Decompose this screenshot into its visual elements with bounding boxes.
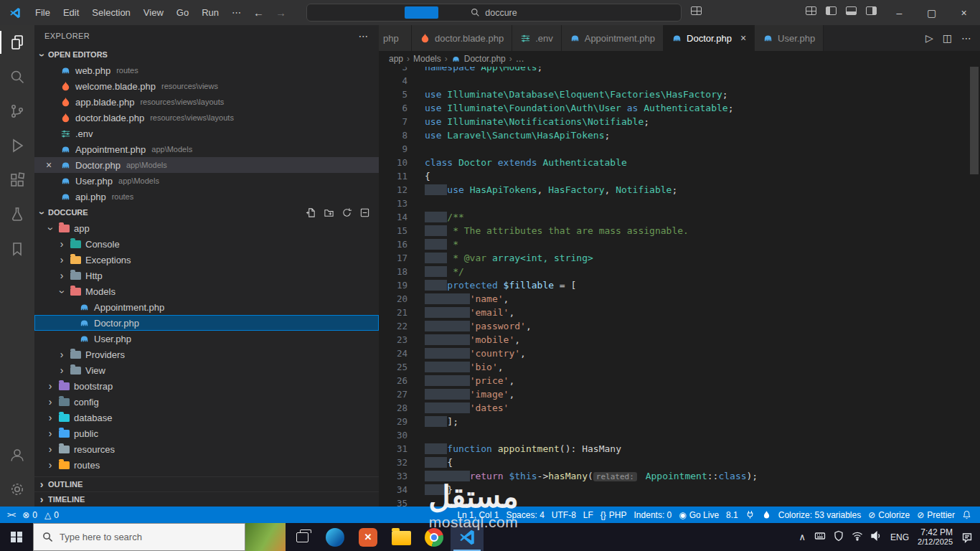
- language-indicator[interactable]: ENG: [890, 532, 909, 542]
- outline-section-header[interactable]: › OUTLINE: [34, 476, 379, 491]
- tree-item-config[interactable]: ›config: [34, 394, 379, 410]
- status-item-go-live[interactable]: ◉Go Live: [679, 510, 719, 520]
- tree-item-console[interactable]: ›Console: [34, 236, 379, 252]
- tab-user-php[interactable]: User.php: [755, 25, 824, 51]
- tree-item-models[interactable]: ›Models: [34, 283, 379, 299]
- tab-doctor-blade-php[interactable]: doctor.blade.php: [412, 25, 512, 51]
- tree-item-view[interactable]: ›View: [34, 362, 379, 378]
- tree-item-providers[interactable]: ›Providers: [34, 347, 379, 362]
- activity-extensions-icon[interactable]: [0, 163, 34, 197]
- back-arrow-icon[interactable]: ←: [248, 6, 270, 19]
- command-center-search[interactable]: doccure: [306, 4, 682, 22]
- open-editor-item[interactable]: ×Doctor.phpapp\Models: [34, 157, 379, 173]
- breadcrumb-item[interactable]: app: [389, 54, 403, 64]
- menu-item-view[interactable]: View: [137, 0, 170, 25]
- taskbar-app-vscode[interactable]: [451, 523, 484, 551]
- status-item-indents--0[interactable]: Indents: 0: [634, 510, 672, 520]
- notification-center-icon[interactable]: [961, 532, 973, 543]
- editor-more-icon[interactable]: ⋯: [961, 32, 971, 44]
- tab-appointment-php[interactable]: Appointment.php: [562, 25, 664, 51]
- project-header[interactable]: › DOCCURE: [34, 204, 379, 220]
- status-item-remote[interactable]: ><: [7, 510, 15, 519]
- status-item-spaces--4[interactable]: Spaces: 4: [506, 510, 544, 520]
- task-view-button[interactable]: [286, 523, 319, 551]
- status-item-plug[interactable]: [745, 510, 755, 519]
- breadcrumb-item[interactable]: Doctor.php: [464, 54, 506, 64]
- status-item-ln-1--col-1[interactable]: Ln 1, Col 1: [457, 510, 499, 520]
- status-item-0[interactable]: ⊗0: [22, 510, 37, 520]
- tree-item-public[interactable]: ›public: [34, 425, 379, 441]
- hidden-icons-chevron[interactable]: ∧: [799, 532, 806, 542]
- tab-doctor-php[interactable]: Doctor.php×: [664, 25, 755, 51]
- open-editor-item[interactable]: app.blade.phpresources\views\layouts: [34, 94, 379, 110]
- tab-php[interactable]: php: [379, 25, 412, 51]
- tree-item-exceptions[interactable]: ›Exceptions: [34, 252, 379, 268]
- status-item-colorize[interactable]: ⊘Colorize: [868, 510, 910, 520]
- open-editor-item[interactable]: api.phproutes: [34, 189, 379, 204]
- status-item-8-1[interactable]: 8.1: [726, 510, 738, 520]
- activity-settings-icon[interactable]: [0, 472, 34, 507]
- activity-account-icon[interactable]: [0, 438, 34, 472]
- tree-item-app[interactable]: ›app: [34, 220, 379, 236]
- explorer-more-icon[interactable]: ⋯: [359, 30, 369, 42]
- menu-item-go[interactable]: Go: [170, 0, 195, 25]
- close-button[interactable]: ×: [948, 0, 980, 25]
- open-editor-item[interactable]: User.phpapp\Models: [34, 173, 379, 189]
- taskbar-clock[interactable]: 7:42 PM 2/12/2025: [918, 528, 953, 547]
- activity-source-control-icon[interactable]: [0, 94, 34, 128]
- toggle-secondary-sidebar-icon[interactable]: [866, 6, 877, 15]
- run-button[interactable]: ▷: [925, 32, 933, 44]
- collapse-all-icon[interactable]: [359, 207, 370, 218]
- new-folder-icon[interactable]: [324, 207, 334, 218]
- activity-explorer-icon[interactable]: [0, 25, 34, 60]
- status-item-colorize--53-variables[interactable]: Colorize: 53 variables: [778, 510, 861, 520]
- layout-grid-icon[interactable]: [691, 6, 702, 17]
- customize-layout-icon[interactable]: [806, 6, 816, 15]
- status-item-utf-8[interactable]: UTF-8: [552, 510, 576, 520]
- editor-scrollbar[interactable]: [970, 67, 979, 174]
- open-editor-item[interactable]: .env: [34, 126, 379, 141]
- close-tab-icon[interactable]: ×: [740, 32, 746, 44]
- timeline-section-header[interactable]: › TIMELINE: [34, 491, 379, 507]
- code-editor[interactable]: 3namespace App\Models;45use Illuminate\D…: [379, 67, 980, 507]
- refresh-icon[interactable]: [341, 207, 352, 218]
- split-editor-icon[interactable]: ◫: [943, 32, 952, 44]
- tree-item-bootstrap[interactable]: ›bootstrap: [34, 378, 379, 394]
- start-button[interactable]: [0, 523, 33, 551]
- tree-item-routes[interactable]: ›routes: [34, 457, 379, 473]
- status-item-drop[interactable]: [762, 510, 771, 519]
- activity-run-debug-icon[interactable]: [0, 128, 34, 163]
- status-item-0[interactable]: △0: [44, 510, 59, 520]
- taskbar-app-chrome[interactable]: [418, 523, 451, 551]
- taskbar-app-edge[interactable]: [319, 523, 352, 551]
- taskbar-app-file-explorer[interactable]: [385, 523, 418, 551]
- tray-icon-keyboard[interactable]: [814, 530, 826, 544]
- menu-item-file[interactable]: File: [29, 0, 57, 25]
- status-item-lf[interactable]: LF: [583, 510, 593, 520]
- maximize-button[interactable]: ▢: [915, 0, 948, 25]
- forward-arrow-icon[interactable]: →: [270, 6, 292, 19]
- breadcrumb-item[interactable]: …: [516, 54, 524, 64]
- new-file-icon[interactable]: [306, 207, 316, 218]
- status-item-prettier[interactable]: ⊘Prettier: [917, 510, 955, 520]
- open-editors-header[interactable]: › OPEN EDITORS: [34, 47, 379, 62]
- breadcrumb-item[interactable]: Models: [413, 54, 441, 64]
- toggle-panel-icon[interactable]: [846, 6, 857, 15]
- tab--env[interactable]: .env: [512, 25, 562, 51]
- menu-item-more[interactable]: ⋯: [225, 0, 248, 25]
- toggle-sidebar-icon[interactable]: [826, 6, 837, 15]
- tree-item-user-php[interactable]: User.php: [34, 331, 379, 347]
- open-editor-item[interactable]: doctor.blade.phpresources\views\layouts: [34, 110, 379, 126]
- tree-item-appointment-php[interactable]: Appointment.php: [34, 299, 379, 315]
- open-editor-item[interactable]: Appointment.phpapp\Models: [34, 141, 379, 157]
- activity-testing-icon[interactable]: [0, 197, 34, 232]
- tree-item-resources[interactable]: ›resources: [34, 441, 379, 457]
- close-editor-icon[interactable]: ×: [46, 159, 52, 171]
- weather-widget[interactable]: [245, 523, 286, 551]
- menu-item-selection[interactable]: Selection: [85, 0, 136, 25]
- tree-item-http[interactable]: ›Http: [34, 268, 379, 283]
- tray-icon-shield[interactable]: [833, 530, 844, 544]
- activity-search-icon[interactable]: [0, 60, 34, 94]
- taskbar-search[interactable]: Type here to search: [33, 523, 245, 551]
- minimize-button[interactable]: –: [883, 0, 915, 25]
